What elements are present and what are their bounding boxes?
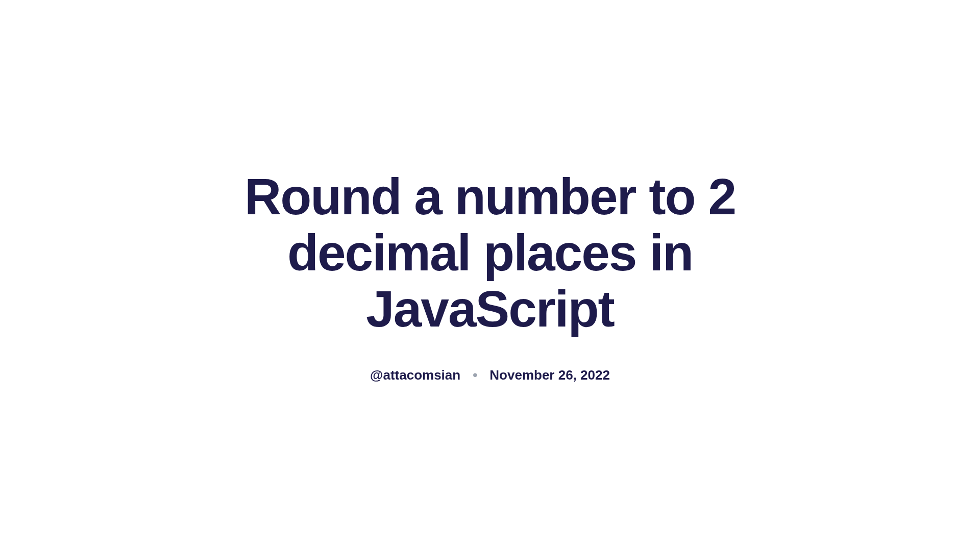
- article-meta: @attacomsian • November 26, 2022: [370, 367, 610, 383]
- article-date: November 26, 2022: [489, 367, 610, 383]
- article-author[interactable]: @attacomsian: [370, 367, 460, 383]
- article-title: Round a number to 2 decimal places in Ja…: [209, 168, 771, 337]
- article-header: Round a number to 2 decimal places in Ja…: [209, 168, 771, 383]
- meta-separator: •: [473, 367, 477, 383]
